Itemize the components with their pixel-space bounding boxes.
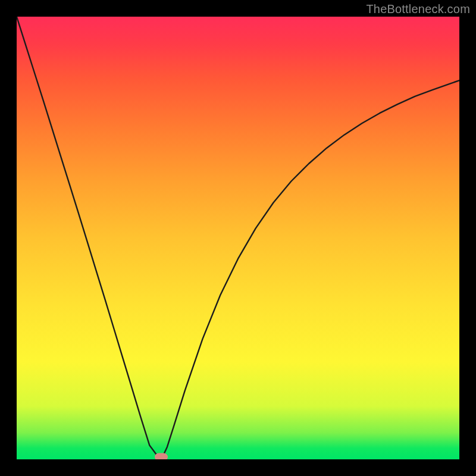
watermark-text: TheBottleneck.com: [366, 2, 470, 16]
curve-layer: [17, 17, 459, 459]
bottleneck-curve-path: [17, 17, 459, 459]
plot-area: [17, 17, 459, 459]
chart-frame: TheBottleneck.com: [0, 0, 476, 476]
optimal-point-marker: [155, 453, 168, 460]
